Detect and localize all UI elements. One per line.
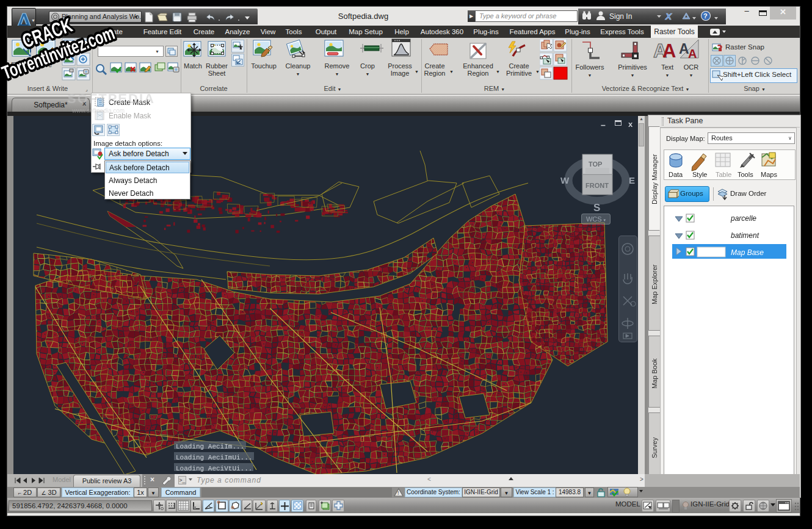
svg-text:E: E xyxy=(629,175,635,185)
svg-text:X: X xyxy=(665,11,672,21)
svg-text:Data: Data xyxy=(669,171,683,178)
svg-text:!: ! xyxy=(397,490,399,496)
svg-text:A: A xyxy=(688,47,697,60)
svg-text:Maps: Maps xyxy=(761,171,777,178)
svg-text:Survey: Survey xyxy=(651,437,658,458)
svg-text:batiment: batiment xyxy=(731,231,759,240)
svg-text:Style: Style xyxy=(692,171,707,178)
svg-text:Tools: Tools xyxy=(738,171,753,178)
svg-text:FRONT: FRONT xyxy=(585,182,609,189)
svg-text:W: W xyxy=(560,175,570,185)
svg-text:Sign In: Sign In xyxy=(609,12,632,21)
svg-text:Map Book: Map Book xyxy=(651,358,658,389)
svg-text:A: A xyxy=(662,40,676,62)
svg-text:Map Base: Map Base xyxy=(731,248,764,257)
svg-text:Display Manager: Display Manager xyxy=(651,154,658,204)
svg-text:S: S xyxy=(593,202,600,214)
svg-text:Table: Table xyxy=(716,171,731,178)
svg-text:?: ? xyxy=(703,12,708,20)
svg-text:parcelle: parcelle xyxy=(730,214,756,223)
svg-text:TOP: TOP xyxy=(589,160,602,168)
svg-text:Map Explorer: Map Explorer xyxy=(651,264,658,304)
